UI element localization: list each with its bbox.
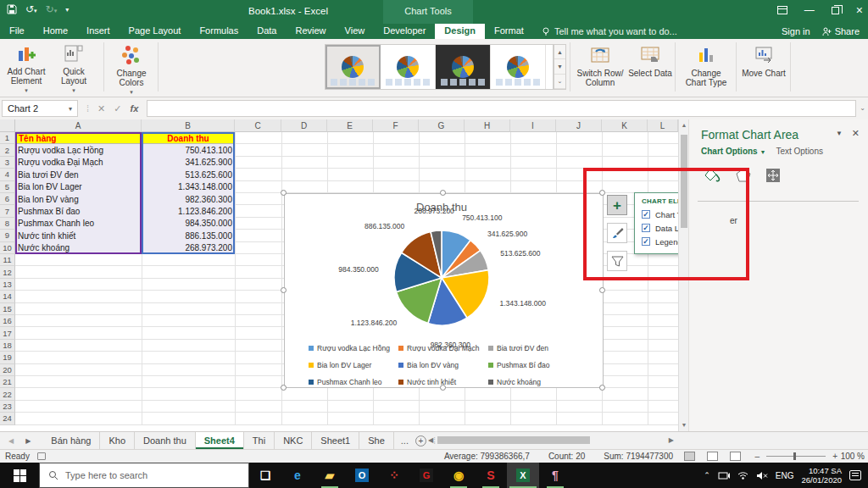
ribbon-display-options-icon[interactable] (777, 6, 787, 14)
legend-item-pushmax-chanh-leo[interactable]: Pushmax Chanh leo (309, 374, 398, 391)
column-header-f[interactable]: F (373, 119, 419, 132)
row-header-3[interactable]: 3 (0, 157, 15, 169)
scroll-left-icon[interactable]: ◀ (428, 436, 433, 444)
clock[interactable]: 10:47 SA26/01/2020 (801, 466, 842, 485)
legend-item-bia-t-i-v-en[interactable]: Bia tươi ĐV đen (488, 340, 575, 357)
chart-resize-handle[interactable] (281, 190, 287, 196)
chart-resize-handle[interactable] (440, 385, 446, 391)
checkbox-icon[interactable]: ✓ (642, 237, 650, 246)
checkbox-icon[interactable]: ✓ (642, 210, 650, 219)
sheet-tab-sheet4[interactable]: Sheet4 (196, 432, 244, 449)
row-header-20[interactable]: 20 (0, 364, 15, 376)
sheet-overflow[interactable]: ... (401, 435, 409, 446)
tell-me-box[interactable]: Tell me what you want to do... (533, 24, 686, 39)
panel-close-icon[interactable]: ✕ (852, 128, 860, 139)
chart-resize-handle[interactable] (599, 287, 605, 293)
select-all-corner[interactable] (0, 119, 15, 132)
checkbox-icon[interactable]: ✓ (642, 224, 650, 232)
tab-file[interactable]: File (0, 24, 34, 39)
sheet-nav-left-icon[interactable]: ◀ (8, 437, 14, 445)
chart-resize-handle[interactable] (599, 190, 605, 196)
cell-b2[interactable]: 750.413.100 (142, 144, 235, 156)
add-chart-element-button[interactable]: Add Chart Element▾ (3, 42, 49, 92)
cell-a1[interactable]: Tên hàng (15, 132, 142, 144)
cell-b6[interactable]: 982.360.300 (142, 193, 235, 205)
legend-item-r-u-vodka-l-c-h-ng[interactable]: Rượu vodka Lạc Hồng (309, 340, 398, 357)
change-chart-type-button[interactable]: Change Chart Type (680, 42, 732, 92)
row-header-4[interactable]: 4 (0, 169, 15, 180)
chart-resize-handle[interactable] (281, 287, 287, 293)
chart-object[interactable]: Doanh thu 750.413.100341.625.900513.625.… (284, 193, 604, 388)
name-box-arrow-icon[interactable]: ▾ (69, 105, 72, 113)
unikey-icon[interactable]: S (475, 463, 507, 488)
column-header-e[interactable]: E (327, 119, 373, 132)
cell-a8[interactable]: Pushmax Chanh leo (15, 218, 142, 230)
cell-a10[interactable]: Nước khoáng (15, 242, 142, 254)
paint-icon[interactable]: ¶ (539, 463, 571, 488)
cell-a9[interactable]: Nước tinh khiết (15, 230, 142, 241)
gallery-more-icon[interactable]: ⌄ (554, 75, 565, 89)
language-indicator[interactable]: ENG (776, 471, 794, 480)
start-button[interactable] (0, 463, 39, 488)
row-header-12[interactable]: 12 (0, 266, 15, 278)
macro-record-icon[interactable] (37, 452, 46, 460)
size-properties-icon[interactable] (765, 168, 781, 183)
people-icon[interactable]: ⁘ (378, 463, 410, 488)
sheet-tab-kho[interactable]: Kho (100, 432, 135, 449)
cell-b1[interactable]: Doanh thu (142, 132, 235, 144)
row-header-13[interactable]: 13 (0, 279, 15, 291)
row-header-9[interactable]: 9 (0, 230, 15, 241)
cell-b9[interactable]: 886.135.000 (142, 230, 235, 241)
sheet-tab-she[interactable]: She (359, 432, 394, 449)
sheet-tab-thi[interactable]: Thi (244, 432, 275, 449)
quick-layout-button[interactable]: Quick Layout▾ (51, 42, 97, 92)
tab-review[interactable]: Review (286, 24, 335, 39)
column-header-g[interactable]: G (419, 119, 465, 132)
cell-b8[interactable]: 984.350.000 (142, 218, 235, 230)
legend-item-n-c-kho-ng[interactable]: Nước khoáng (488, 374, 575, 391)
formula-input[interactable] (147, 100, 856, 117)
vertical-scrollbar[interactable]: ▲ ▼ (678, 119, 688, 431)
row-header-15[interactable]: 15 (0, 303, 15, 315)
tab-home[interactable]: Home (34, 24, 77, 39)
sheet-tab-sheet1[interactable]: Sheet1 (312, 432, 359, 449)
tab-data[interactable]: Data (248, 24, 286, 39)
switch-row-column-button[interactable]: Switch Row/ Column (575, 42, 626, 92)
enter-formula-icon[interactable]: ✓ (114, 103, 121, 114)
outlook-icon[interactable]: O (346, 463, 378, 488)
fill-bucket-icon[interactable] (703, 167, 721, 184)
column-header-h[interactable]: H (465, 119, 510, 132)
chart-filters-button[interactable] (607, 251, 627, 271)
change-colors-button[interactable]: Change Colors▾ (108, 42, 154, 92)
tab-design[interactable]: Design (435, 24, 485, 39)
cell-a2[interactable]: Rượu vodka Lạc Hồng (15, 144, 142, 156)
row-header-21[interactable]: 21 (0, 376, 15, 388)
row-header-22[interactable]: 22 (0, 388, 15, 400)
edge-icon[interactable]: e (281, 463, 314, 488)
cell-a3[interactable]: Rượu vodka Đại Mạch (15, 157, 142, 169)
horizontal-scroll-thumb[interactable] (437, 436, 590, 444)
expand-formula-bar-icon[interactable]: ⌄ (860, 104, 865, 112)
insert-function-icon[interactable]: fx (131, 103, 139, 114)
file-explorer-icon[interactable]: ▰ (314, 463, 346, 488)
name-box[interactable]: Chart 2▾ (2, 100, 78, 117)
garena-icon[interactable]: G (410, 463, 442, 488)
effects-pentagon-icon[interactable] (735, 167, 752, 184)
sheet-tab-nkc[interactable]: NKC (275, 432, 312, 449)
legend-item-pushmax-b-ao[interactable]: Pushmax Bí đao (488, 357, 575, 374)
zoom-out-icon[interactable]: – (755, 452, 760, 461)
restore-icon[interactable] (832, 7, 839, 14)
row-header-24[interactable]: 24 (0, 413, 15, 424)
chart-style-3[interactable] (436, 45, 491, 89)
chart-elements-button[interactable]: + (607, 195, 627, 215)
cancel-formula-icon[interactable]: ✕ (97, 103, 105, 114)
chart-legend[interactable]: Rượu vodka Lạc HồngRượu vodka Đại MạchBi… (309, 340, 575, 391)
gallery-up-icon[interactable]: ▲ (554, 45, 565, 59)
row-header-23[interactable]: 23 (0, 401, 15, 413)
zoom-in-icon[interactable]: + (832, 452, 837, 461)
task-view-icon[interactable]: ❏ (249, 463, 281, 488)
sheet-nav-right-icon[interactable]: ▶ (25, 437, 31, 445)
column-header-a[interactable]: A (15, 119, 142, 132)
gallery-down-icon[interactable]: ▼ (554, 59, 565, 74)
sheet-tab-b-n-h-ng[interactable]: Bán hàng (42, 432, 100, 449)
